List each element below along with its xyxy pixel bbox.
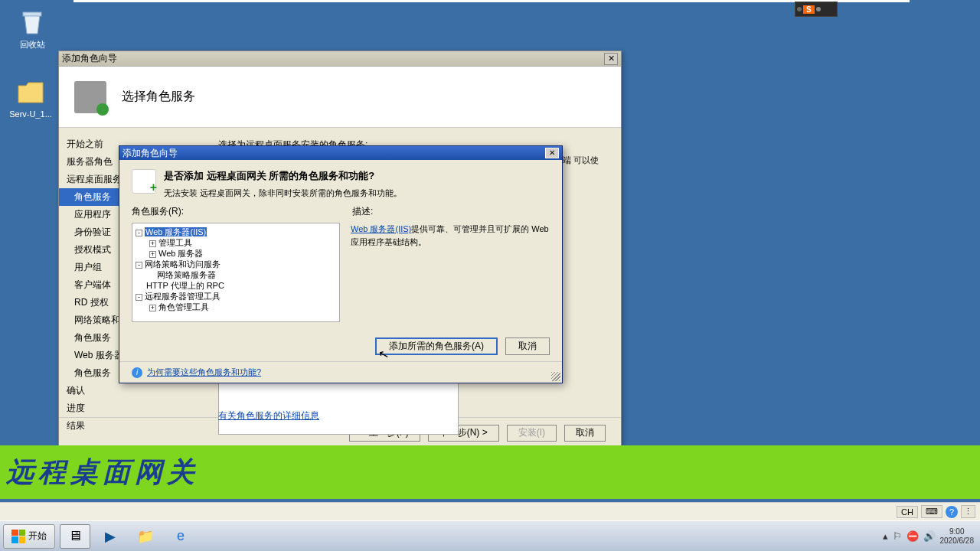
modal-question: 是否添加 远程桌面网关 所需的角色服务和功能? — [164, 169, 402, 183]
windows-logo-icon — [11, 530, 25, 543]
taskbar-explorer[interactable]: 📁 — [130, 524, 161, 549]
nav-item[interactable]: 结果 — [59, 417, 204, 435]
install-button: 安装(I) — [507, 425, 557, 442]
clock-date: 2020/6/28 — [940, 536, 975, 546]
tree-collapse-icon[interactable]: - — [136, 262, 142, 269]
modal-footer: i 为何需要这些角色服务和功能? — [119, 361, 562, 383]
tree-item-npsserver[interactable]: 网络策略服务器 — [157, 270, 216, 279]
cancel-button[interactable]: 取消 — [564, 425, 606, 442]
folder-servu[interactable]: Serv-U_1... — [6, 77, 55, 119]
taskbar-ie[interactable]: e — [165, 524, 196, 549]
clock-time: 9:00 — [940, 527, 975, 536]
modal-close-icon[interactable]: ✕ — [545, 148, 559, 158]
modal-cancel-button[interactable]: 取消 — [505, 337, 550, 355]
modal-col1: 角色服务(R): — [132, 205, 184, 218]
notification-strip: CH ⌨ ? ⋮ — [0, 502, 980, 520]
recycle-bin-icon[interactable]: 回收站 — [8, 6, 57, 51]
modal-description: Web 服务器(IIS)提供可靠、可管理并且可扩展的 Web 应用程序基础结构。 — [351, 223, 550, 322]
start-label: 开始 — [28, 530, 47, 543]
tray-up-icon[interactable]: ▴ — [883, 530, 888, 542]
why-needed-link[interactable]: 为何需要这些角色服务和功能? — [147, 367, 261, 378]
lang-indicator[interactable]: CH — [897, 506, 918, 518]
caption-banner: 远程桌面网关 — [0, 445, 980, 499]
help-icon[interactable]: ? — [946, 506, 958, 518]
iis-link[interactable]: Web 服务器(IIS) — [351, 224, 411, 233]
taskbar-server-manager[interactable]: 🖥 — [60, 524, 90, 549]
tray-volume-icon[interactable]: 🔊 — [923, 530, 936, 542]
recycle-bin-label: 回收站 — [20, 40, 45, 49]
tree-item-webserver[interactable]: Web 服务器 — [158, 249, 203, 258]
nav-item[interactable]: 确认 — [59, 382, 204, 399]
role-add-icon — [132, 169, 156, 194]
tree-item-rolemgmt[interactable]: 角色管理工具 — [158, 302, 209, 311]
menu-icon[interactable]: ⋮ — [961, 505, 975, 518]
tree-item-mgmt[interactable]: 管理工具 — [158, 238, 192, 247]
more-info-link[interactable]: 有关角色服务的详细信息 — [218, 409, 319, 422]
tree-item-nps[interactable]: 网络策略和访问服务 — [145, 259, 220, 269]
taskbar-powershell[interactable]: ▶ — [95, 524, 126, 549]
tree-collapse-icon[interactable]: - — [136, 230, 142, 236]
system-clock[interactable]: 9:00 2020/6/28 — [940, 527, 975, 546]
tray-flag-icon[interactable]: ⚐ — [893, 530, 902, 542]
tree-expand-icon[interactable]: + — [149, 251, 156, 258]
tray-network-icon[interactable]: ⛔ — [906, 530, 919, 542]
start-button[interactable]: 开始 — [3, 524, 55, 549]
keyboard-icon[interactable]: ⌨ — [921, 505, 942, 518]
resize-grip[interactable] — [551, 372, 560, 381]
main-title: 添加角色向导 — [62, 52, 604, 65]
info-icon: i — [132, 367, 142, 378]
main-titlebar[interactable]: 添加角色向导 ✕ — [59, 51, 621, 67]
tree-item-iis[interactable]: Web 服务器(IIS) — [145, 227, 207, 236]
tree-expand-icon[interactable]: + — [149, 305, 156, 311]
nav-item[interactable]: 进度 — [59, 399, 204, 417]
tree-expand-icon[interactable]: + — [149, 240, 156, 247]
add-required-button[interactable]: 添加所需的角色服务(A) — [375, 337, 498, 355]
folder-label: Serv-U_1... — [9, 109, 52, 119]
taskbar: 开始 🖥 ▶ 📁 e ▴ ⚐ ⛔ 🔊 9:00 2020/6/28 — [0, 520, 980, 551]
svg-rect-0 — [23, 12, 41, 16]
banner-text: 远程桌面网关 — [6, 454, 199, 491]
modal-col2: 描述: — [352, 205, 373, 218]
server-role-icon — [74, 81, 106, 113]
rdp-top-bar — [74, 0, 910, 2]
wizard-header: 选择角色服务 — [59, 67, 621, 128]
close-icon[interactable]: ✕ — [604, 53, 618, 65]
ime-indicator[interactable]: S — [795, 2, 838, 17]
wizard-heading: 选择角色服务 — [122, 89, 195, 105]
tree-item-rsat[interactable]: 远程服务器管理工具 — [145, 292, 220, 301]
modal-subtext: 无法安装 远程桌面网关，除非同时安装所需的角色服务和功能。 — [164, 187, 402, 199]
modal-title: 添加角色向导 — [122, 147, 545, 160]
tree-item-http-rpc[interactable]: HTTP 代理上的 RPC — [146, 281, 224, 290]
modal-titlebar[interactable]: 添加角色向导 ✕ — [119, 146, 562, 160]
confirm-add-dialog: 添加角色向导 ✕ 是否添加 远程桌面网关 所需的角色服务和功能? 无法安装 远程… — [119, 145, 563, 383]
tree-collapse-icon[interactable]: - — [136, 294, 142, 301]
required-roles-tree[interactable]: -Web 服务器(IIS) +管理工具 +Web 服务器 -网络策略和访问服务 … — [132, 223, 340, 322]
